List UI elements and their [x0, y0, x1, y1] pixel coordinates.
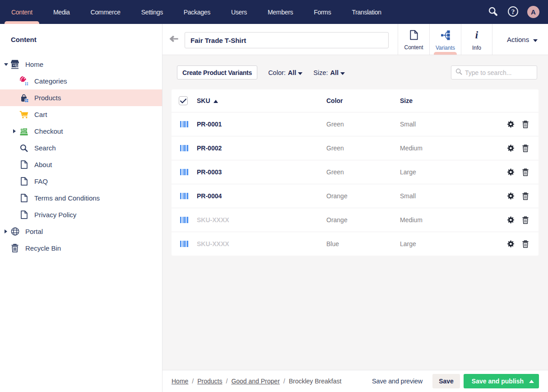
- tab-label: Content: [404, 44, 423, 51]
- bag-icon: [19, 93, 28, 103]
- variant-sku: PR-0001: [197, 121, 326, 128]
- variant-size: Medium: [400, 216, 507, 224]
- breadcrumb-separator: /: [283, 378, 285, 385]
- variant-row[interactable]: PR-0001GreenSmall: [172, 112, 539, 136]
- tree-item-cart[interactable]: Cart: [0, 106, 162, 123]
- trash-icon: [10, 244, 19, 253]
- tree-item-terms-and-conditions[interactable]: Terms and Conditions: [0, 190, 162, 206]
- sidebar: Content HomeCategoriesProductsCartChecko…: [0, 24, 163, 392]
- nav-right: ? A: [485, 0, 548, 24]
- svg-text:?: ?: [511, 7, 515, 15]
- tree-item-label: FAQ: [34, 177, 48, 185]
- store-icon: [10, 60, 19, 69]
- trash-icon[interactable]: [522, 240, 529, 247]
- nav-section-packages[interactable]: Packages: [173, 0, 221, 24]
- app-body: Content HomeCategoriesProductsCartChecko…: [0, 24, 548, 392]
- variant-row[interactable]: PR-0004OrangeSmall: [172, 184, 539, 208]
- caret-right-icon[interactable]: [4, 229, 8, 233]
- save-and-publish-button[interactable]: Save and publish: [464, 374, 539, 388]
- tree-item-checkout[interactable]: Checkout: [0, 123, 162, 140]
- tree-item-search[interactable]: Search: [0, 140, 162, 156]
- size-filter[interactable]: Size: All: [313, 69, 345, 76]
- tree-item-recycle-bin[interactable]: Recycle Bin: [0, 240, 162, 257]
- variant-size: Small: [400, 121, 507, 128]
- avatar[interactable]: A: [527, 6, 539, 18]
- tree-item-portal[interactable]: Portal: [0, 223, 162, 240]
- nav-section-settings[interactable]: Settings: [131, 0, 173, 24]
- column-header-size[interactable]: Size: [400, 97, 539, 104]
- variant-row[interactable]: PR-0003GreenLarge: [172, 160, 539, 184]
- main-panel: ContentVariantsiInfo Actions Create Prod…: [163, 24, 548, 392]
- tree-item-faq[interactable]: FAQ: [0, 173, 162, 190]
- nav-section-translation[interactable]: Translation: [341, 0, 391, 24]
- nav-section-media[interactable]: Media: [43, 0, 80, 24]
- trash-icon[interactable]: [522, 121, 529, 128]
- tree-item-privacy-policy[interactable]: Privacy Policy: [0, 206, 162, 223]
- nav-section-forms[interactable]: Forms: [303, 0, 341, 24]
- nav-section-users[interactable]: Users: [221, 0, 257, 24]
- global-search-button[interactable]: [485, 4, 501, 20]
- trash-icon[interactable]: [522, 168, 529, 176]
- help-button[interactable]: ?: [505, 4, 521, 20]
- variant-sku: PR-0002: [197, 145, 326, 152]
- gear-icon[interactable]: [507, 216, 514, 224]
- variants-search: [451, 65, 537, 79]
- gear-icon[interactable]: [507, 192, 514, 200]
- nav-section-members[interactable]: Members: [257, 0, 303, 24]
- variant-row[interactable]: SKU-XXXXOrangeMedium: [172, 208, 539, 232]
- tab-label: Info: [472, 45, 481, 51]
- gear-icon[interactable]: [507, 168, 514, 176]
- row-actions: [507, 240, 539, 247]
- trash-icon[interactable]: [522, 145, 529, 152]
- breadcrumb-products[interactable]: Products: [197, 378, 222, 385]
- editor-tabs: ContentVariantsiInfo: [398, 24, 492, 55]
- variant-size: Medium: [400, 145, 507, 152]
- barcode-icon: [180, 217, 188, 223]
- trash-icon[interactable]: [522, 216, 529, 224]
- caret-down-icon[interactable]: [4, 63, 8, 66]
- tree-item-categories[interactable]: Categories: [0, 73, 162, 89]
- select-all-checkbox[interactable]: [179, 96, 188, 105]
- tree-item-label: Portal: [25, 228, 43, 235]
- variant-row[interactable]: PR-0002GreenMedium: [172, 136, 539, 160]
- variants-search-input[interactable]: [465, 69, 533, 76]
- arrow-left-icon: [169, 35, 178, 44]
- nav-section-commerce[interactable]: Commerce: [80, 0, 131, 24]
- create-product-variants-button[interactable]: Create Product Variants: [177, 65, 257, 79]
- caret-right-icon[interactable]: [12, 129, 17, 133]
- tab-variants[interactable]: Variants: [429, 24, 461, 55]
- table-header-row: SKU Color Size: [172, 89, 539, 112]
- row-actions: [507, 145, 539, 152]
- variant-row[interactable]: SKU-XXXXBlueLarge: [172, 232, 539, 256]
- save-and-preview-button[interactable]: Save and preview: [372, 378, 423, 385]
- trash-icon[interactable]: [522, 192, 529, 200]
- size-filter-value: All: [330, 69, 339, 76]
- gear-icon[interactable]: [507, 121, 514, 128]
- row-actions: [507, 216, 539, 224]
- actions-dropdown[interactable]: Actions: [507, 24, 538, 55]
- column-header-color[interactable]: Color: [326, 97, 400, 104]
- gear-icon[interactable]: [507, 145, 514, 152]
- nav-section-content[interactable]: Content: [1, 0, 43, 24]
- tree-item-products[interactable]: Products: [0, 89, 162, 106]
- tags-icon: [19, 77, 28, 86]
- column-header-sku[interactable]: SKU: [197, 97, 326, 104]
- variant-sku: PR-0004: [197, 192, 326, 200]
- cart-icon: [19, 110, 28, 119]
- size-filter-label: Size:: [313, 69, 328, 76]
- tree-item-about[interactable]: About: [0, 156, 162, 173]
- tab-info[interactable]: iInfo: [461, 24, 492, 55]
- info-icon: i: [474, 30, 479, 42]
- tab-label: Variants: [436, 45, 455, 51]
- back-button[interactable]: [163, 24, 185, 55]
- breadcrumb-good-and-proper[interactable]: Good and Proper: [231, 378, 279, 385]
- save-button[interactable]: Save: [432, 374, 460, 388]
- tree-item-label: Products: [34, 94, 61, 102]
- gear-icon[interactable]: [507, 240, 514, 247]
- document-name-input[interactable]: [185, 32, 389, 48]
- tab-content[interactable]: Content: [398, 24, 429, 55]
- color-filter[interactable]: Color: All: [268, 69, 302, 76]
- tree-item-home[interactable]: Home: [0, 56, 162, 73]
- breadcrumb-home[interactable]: Home: [172, 378, 188, 385]
- search-icon: [19, 144, 28, 153]
